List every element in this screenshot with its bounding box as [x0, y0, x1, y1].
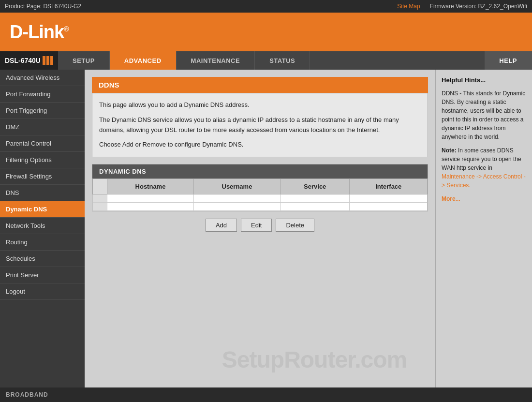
bottom-bar: BROADBAND [0, 387, 532, 402]
dynamic-dns-table-wrapper: DYNAMIC DNS Hostname Username Service In… [92, 164, 428, 211]
table-header-hostname: Hostname [107, 179, 194, 194]
sidebar-item-logout[interactable]: Logout [0, 283, 85, 300]
info-para-1: This page allows you to add a Dynamic DN… [99, 100, 421, 110]
sidebar-item-advanced-wireless[interactable]: Advanced Wireless [0, 70, 85, 86]
stripe-1 [43, 56, 45, 65]
sidebar-item-port-triggering[interactable]: Port Triggering [0, 103, 85, 119]
logo-trademark: ® [64, 25, 68, 33]
info-box: This page allows you to add a Dynamic DN… [92, 93, 428, 157]
help-title: Helpful Hints... [442, 75, 526, 85]
device-stripes [43, 56, 53, 65]
logo: D-Link® [10, 22, 69, 43]
empty-checkbox-cell [93, 194, 107, 203]
sidebar-item-port-forwarding[interactable]: Port Forwarding [0, 86, 85, 103]
sidebar-item-firewall-settings[interactable]: Firewall Settings [0, 168, 85, 185]
product-page-label: Product Page: DSL6740U-G2 [5, 3, 81, 10]
add-button[interactable]: Add [206, 219, 237, 232]
help-note: Note: In some cases DDNS service require… [442, 146, 526, 190]
table-row-empty-2 [93, 203, 428, 211]
sidebar-item-dynamic-dns[interactable]: Dynamic DNS [0, 201, 85, 218]
sidebar-item-print-server[interactable]: Print Server [0, 267, 85, 283]
bottom-bar-label: BROADBAND [6, 391, 48, 398]
firmware-label: Firmware Version: BZ_2.62_OpenWifi [430, 3, 527, 10]
ddns-section-header: DDNS [92, 77, 428, 93]
sidebar-item-network-tools[interactable]: Network Tools [0, 218, 85, 234]
device-name: DSL-6740U [5, 57, 41, 64]
edit-button[interactable]: Edit [241, 219, 272, 232]
help-panel: Helpful Hints... DDNS - This stands for … [435, 70, 532, 387]
empty-hostname-cell [107, 194, 194, 203]
sidebar: Advanced Wireless Port Forwarding Port T… [0, 70, 85, 387]
tab-setup[interactable]: SETUP [58, 51, 110, 70]
table-header-username: Username [193, 179, 280, 194]
sidebar-item-parental-control[interactable]: Parental Control [0, 135, 85, 152]
header: D-Link® [0, 13, 532, 51]
info-para-2: The Dynamic DNS service allows you to al… [99, 115, 421, 135]
tab-help[interactable]: HELP [485, 51, 532, 70]
tab-status[interactable]: STATUS [255, 51, 310, 70]
empty-interface-cell [350, 194, 428, 203]
sidebar-item-dns[interactable]: DNS [0, 185, 85, 201]
sidebar-item-schedules[interactable]: Schedules [0, 251, 85, 267]
info-para-3: Choose Add or Remove to configure Dynami… [99, 140, 421, 150]
table-header-checkbox [93, 179, 107, 194]
help-more-link[interactable]: More... [442, 195, 460, 202]
tab-advanced[interactable]: ADVANCED [110, 51, 177, 70]
help-note-link[interactable]: Maintenance -> Access Control -> Service… [442, 173, 526, 189]
dns-table: Hostname Username Service Interface [92, 179, 428, 211]
empty-service-cell [280, 194, 350, 203]
action-buttons: Add Edit Delete [92, 219, 428, 232]
dynamic-dns-section-header: DYNAMIC DNS [92, 164, 428, 179]
top-right-info: Site Map Firmware Version: BZ_2.62_OpenW… [397, 3, 527, 10]
sidebar-item-dmz[interactable]: DMZ [0, 119, 85, 135]
sidebar-item-filtering-options[interactable]: Filtering Options [0, 152, 85, 168]
stripe-2 [46, 56, 49, 65]
empty-username-cell [193, 194, 280, 203]
table-row-empty [93, 194, 428, 203]
table-header-interface: Interface [350, 179, 428, 194]
help-note-label: Note: [442, 147, 457, 154]
device-label: DSL-6740U [0, 51, 58, 70]
top-bar: Product Page: DSL6740U-G2 Site Map Firmw… [0, 0, 532, 13]
help-text-1: DDNS - This stands for Dynamic DNS. By c… [442, 89, 526, 141]
tab-maintenance[interactable]: MAINTENANCE [177, 51, 255, 70]
stripe-3 [50, 56, 53, 65]
table-header-service: Service [280, 179, 350, 194]
sidebar-item-routing[interactable]: Routing [0, 234, 85, 251]
site-map-link[interactable]: Site Map [397, 3, 420, 10]
delete-button[interactable]: Delete [276, 219, 314, 232]
content-area: DDNS This page allows you to add a Dynam… [85, 70, 435, 387]
main-layout: Advanced Wireless Port Forwarding Port T… [0, 70, 532, 387]
nav-tabs: DSL-6740U SETUP ADVANCED MAINTENANCE STA… [0, 51, 532, 70]
